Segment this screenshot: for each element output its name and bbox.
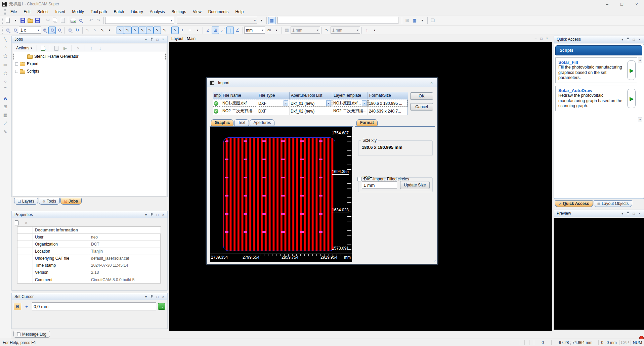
measure-line-button[interactable]: | bbox=[226, 27, 234, 34]
scripts-scrollbar[interactable]: ▲ bbox=[638, 57, 642, 62]
measure-angle-button[interactable]: ∠ bbox=[234, 27, 241, 34]
properties-close-button[interactable]: × bbox=[160, 212, 166, 217]
snap-size-combo[interactable]: 1 mm▾ bbox=[331, 27, 360, 34]
table-row[interactable]: Time stamp2024-07-30 11:45:14 bbox=[17, 262, 161, 269]
menu-edit[interactable]: Edit bbox=[20, 9, 34, 15]
menu-tool-path[interactable]: Tool path bbox=[88, 9, 110, 15]
new-document-dropdown[interactable]: ▾ bbox=[12, 17, 19, 24]
new-job-button[interactable]: + bbox=[40, 44, 47, 52]
quick-access-pin-icon[interactable] bbox=[625, 37, 631, 42]
toolbar-combo-1[interactable]: ▾ bbox=[105, 17, 174, 24]
ok-button[interactable]: OK bbox=[410, 92, 433, 100]
tab-apertures[interactable]: Apertures bbox=[250, 119, 274, 126]
select-object-button[interactable]: ↖ bbox=[154, 27, 161, 34]
jobs-maximize-button[interactable]: □ bbox=[155, 37, 160, 42]
select-rect-button[interactable]: ↖ bbox=[124, 27, 131, 34]
apply-cursor-button[interactable]: → bbox=[158, 303, 165, 310]
measure-xy-button[interactable]: ⊿ bbox=[204, 27, 212, 34]
menu-documents[interactable]: Documents bbox=[205, 9, 232, 15]
text-tool-icon[interactable]: A bbox=[2, 95, 9, 101]
tab-layout-objects[interactable]: ▤Layout Objects bbox=[594, 200, 633, 207]
set-cursor-maximize-button[interactable]: □ bbox=[155, 294, 160, 299]
select-poly-button[interactable]: ↖ bbox=[131, 27, 139, 34]
layout-close-button[interactable]: × bbox=[544, 36, 550, 41]
delete-property-button[interactable]: × bbox=[23, 219, 30, 226]
array-tool-icon[interactable]: ⊞ bbox=[2, 103, 9, 110]
preview-menu-button[interactable]: ▾ bbox=[619, 211, 625, 216]
menu-view[interactable]: View bbox=[190, 9, 205, 15]
table-edit-icon[interactable]: ▦ bbox=[411, 17, 418, 24]
table-row[interactable]: CommentCircuitCAM 8.0.0 build 5 bbox=[17, 276, 161, 283]
set-cursor-menu-button[interactable]: ▾ bbox=[143, 294, 149, 299]
table-row-cell[interactable]: DXF▾ bbox=[257, 99, 290, 107]
save-all-button[interactable] bbox=[19, 17, 27, 24]
precision-dropdown[interactable]: ▾ bbox=[273, 27, 280, 34]
preview-maximize-button[interactable]: □ bbox=[631, 211, 637, 216]
quick-access-close-button[interactable]: × bbox=[637, 37, 642, 42]
combo-expand-button[interactable]: ▾ bbox=[258, 17, 265, 24]
redraw-button[interactable]: ↻ bbox=[74, 27, 81, 34]
table-row-cell[interactable]: Dxf_01 (new)▾ bbox=[290, 99, 332, 107]
menu-analysis[interactable]: Analysis bbox=[147, 9, 168, 15]
menu-settings[interactable]: Settings bbox=[169, 9, 189, 15]
select-layer-button[interactable]: ↖ bbox=[139, 27, 146, 34]
zoom-window-button[interactable] bbox=[4, 27, 11, 34]
run-job-button[interactable]: ▶ bbox=[61, 44, 69, 52]
layer-dropdown[interactable]: ▾ bbox=[362, 100, 367, 106]
select-minus-button[interactable]: − bbox=[186, 27, 194, 34]
select-cursor-gray-2[interactable]: ↖ bbox=[91, 27, 99, 34]
table-row-cell[interactable]: NO2-二次元扫描... bbox=[221, 107, 257, 115]
jobs-pin-icon[interactable] bbox=[149, 37, 155, 42]
menu-select[interactable]: Select bbox=[34, 9, 51, 15]
zoom-previous-button[interactable] bbox=[66, 27, 74, 34]
set-cursor-relative-icon[interactable]: + bbox=[23, 303, 30, 310]
quick-access-menu-button[interactable]: ▾ bbox=[619, 37, 625, 42]
select-circle-button[interactable]: ↖ bbox=[99, 27, 106, 34]
cancel-button[interactable]: Cancel bbox=[410, 103, 433, 111]
circle-tool-icon[interactable]: ○ bbox=[2, 78, 9, 84]
save-button[interactable] bbox=[34, 17, 41, 24]
graphic-preview[interactable]: 1754.687 1694.355 1634.023 1573.691 2739… bbox=[210, 127, 352, 262]
line-tool-icon[interactable]: ╲ bbox=[2, 36, 9, 42]
polygon-tool-icon[interactable]: ⬠ bbox=[2, 53, 9, 59]
tree-item-scripts[interactable]: Scripts bbox=[13, 68, 166, 75]
file-type-dropdown[interactable]: ▾ bbox=[284, 100, 288, 106]
column-header-layer[interactable]: Layer/Template bbox=[332, 92, 368, 99]
rectangle-tool-icon[interactable]: ▭ bbox=[2, 61, 9, 68]
tab-text[interactable]: Text bbox=[234, 119, 249, 126]
script-item-solar-autodraw[interactable]: Solar_AutoDraw Redraw the photovoltaic m… bbox=[555, 86, 637, 111]
toolbar-combo-3[interactable] bbox=[277, 17, 398, 24]
table-row-cell[interactable]: 240.639 x 240.7... bbox=[368, 107, 408, 115]
quick-access-maximize-button[interactable]: □ bbox=[631, 37, 637, 42]
add-property-button[interactable]: + bbox=[13, 219, 20, 226]
run-script-button[interactable]: ▶ bbox=[627, 89, 636, 108]
move-up-button[interactable]: ↑ bbox=[88, 44, 95, 52]
aperture-dropdown[interactable]: ▾ bbox=[326, 100, 331, 106]
open-button[interactable] bbox=[27, 17, 34, 24]
import-dialog-close-button[interactable]: × bbox=[429, 80, 434, 86]
move-down-button[interactable]: ↓ bbox=[96, 44, 104, 52]
table-row-cell[interactable]: ✓ bbox=[213, 99, 221, 107]
column-header-file-type[interactable]: File Type bbox=[257, 92, 290, 99]
table-row-cell[interactable]: ✓ bbox=[213, 107, 221, 115]
tab-format[interactable]: Format bbox=[356, 119, 378, 126]
select-invert-button[interactable]: ↖ bbox=[161, 27, 168, 34]
select-cursor-gray-1[interactable]: ↖ bbox=[84, 27, 91, 34]
preview-pin-icon[interactable] bbox=[625, 211, 631, 216]
menu-insert[interactable]: Insert bbox=[52, 9, 68, 15]
menu-batch[interactable]: Batch bbox=[111, 9, 127, 15]
menu-library[interactable]: Library bbox=[128, 9, 146, 15]
print-preview-button[interactable] bbox=[77, 17, 84, 24]
column-header-import[interactable]: Imp... bbox=[213, 92, 221, 99]
script-link[interactable]: Solar_Fill bbox=[558, 60, 626, 65]
script-link[interactable]: Solar_AutoDraw bbox=[558, 88, 626, 93]
scripts-header[interactable]: Scripts bbox=[555, 45, 642, 55]
new-document-button[interactable] bbox=[4, 17, 11, 24]
import-dialog-titlebar[interactable]: Import × bbox=[207, 78, 437, 87]
cursor-position-input[interactable] bbox=[32, 302, 156, 310]
unit-input[interactable] bbox=[362, 181, 397, 189]
properties-menu-button[interactable]: ▾ bbox=[143, 212, 149, 217]
path-tool-dropdown[interactable]: ▾ bbox=[371, 27, 378, 34]
menu-file[interactable]: File bbox=[7, 9, 20, 15]
script-item-solar-fill[interactable]: Solar_Fill Fill the photovoltaic manufac… bbox=[555, 57, 637, 83]
